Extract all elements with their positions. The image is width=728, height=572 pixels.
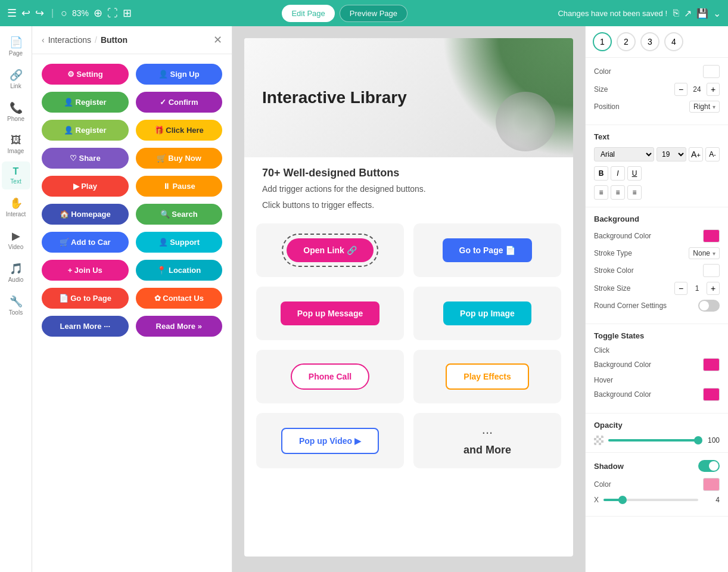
- shadow-toggle[interactable]: [698, 460, 720, 472]
- sidebar-item-video[interactable]: ▶ Video: [2, 225, 30, 255]
- italic-button[interactable]: I: [611, 166, 625, 181]
- button-register-2[interactable]: 👤 Register: [42, 120, 129, 141]
- breadcrumb-separator: /: [95, 35, 97, 45]
- more-icon[interactable]: ⌄: [713, 8, 721, 19]
- preview-page-button[interactable]: Preview Page: [340, 5, 407, 22]
- button-share[interactable]: ♡ Share: [42, 148, 129, 169]
- avatar-2[interactable]: 2: [617, 32, 636, 51]
- close-icon[interactable]: ✕: [213, 33, 222, 46]
- sidebar-item-page[interactable]: 📄 Page: [2, 31, 30, 61]
- and-more-text: and More: [463, 444, 511, 456]
- button-contact-us[interactable]: ✿ Contact Us: [136, 288, 223, 309]
- bold-button[interactable]: B: [594, 166, 608, 181]
- bg-color-hover-swatch[interactable]: [703, 388, 720, 401]
- stroke-increase[interactable]: +: [707, 282, 720, 295]
- canvas-page: Interactive Library 70+ Well-designed Bu…: [244, 38, 573, 557]
- sidebar-item-image[interactable]: 🖼 Image: [2, 129, 30, 159]
- button-pause[interactable]: ⏸ Pause: [136, 176, 223, 197]
- stroke-color-swatch[interactable]: [703, 264, 720, 277]
- opacity-value: 100: [703, 436, 720, 444]
- align-left-button[interactable]: ≡: [594, 185, 608, 200]
- underline-button[interactable]: U: [627, 166, 642, 181]
- button-homepage[interactable]: 🏠 Homepage: [42, 204, 129, 225]
- sidebar-item-tools[interactable]: 🔧 Tools: [2, 290, 30, 321]
- button-add-to-car[interactable]: 🛒 Add to Car: [42, 232, 129, 253]
- section-toggle-states: Toggle States Click Background Color Hov…: [586, 324, 728, 414]
- link-icon: 🔗: [10, 69, 23, 82]
- button-register-1[interactable]: 👤 Register: [42, 92, 129, 113]
- align-right-button[interactable]: ≡: [627, 185, 642, 200]
- bg-color-click-swatch[interactable]: [703, 358, 720, 371]
- back-arrow-icon[interactable]: ‹: [42, 35, 45, 45]
- shadow-x-slider[interactable]: [603, 499, 698, 501]
- button-go-to-page[interactable]: 📄 Go to Page: [42, 288, 129, 309]
- size-control: − 24 +: [674, 83, 720, 96]
- edit-page-button[interactable]: Edit Page: [282, 5, 334, 22]
- zoom-level[interactable]: 83%: [72, 8, 89, 18]
- sidebar-item-audio[interactable]: 🎵 Audio: [2, 257, 30, 288]
- btn-phone-call[interactable]: Phone Call: [291, 363, 369, 390]
- font-size-select[interactable]: 19: [657, 147, 686, 161]
- share-icon[interactable]: ⎘: [673, 8, 679, 19]
- cell-open-link: Open Link 🔗: [256, 223, 404, 277]
- bg-color-hover-row: Background Color: [594, 388, 720, 401]
- breadcrumb-back[interactable]: Interactions: [48, 35, 91, 45]
- plus-zoom-icon[interactable]: ⊕: [94, 7, 102, 20]
- button-join-us[interactable]: + Join Us: [42, 260, 129, 281]
- btn-popup-video[interactable]: Pop up Video ▶: [281, 428, 379, 454]
- round-corner-toggle[interactable]: [698, 300, 720, 312]
- button-setting[interactable]: ⚙ Setting: [42, 64, 129, 85]
- interact-icon: ✋: [10, 197, 23, 210]
- opacity-slider-thumb[interactable]: [694, 436, 702, 444]
- stroke-type-select[interactable]: None ▾: [689, 247, 720, 259]
- size-decrease[interactable]: −: [674, 83, 687, 96]
- sidebar-item-phone[interactable]: 📞 Phone: [2, 97, 30, 127]
- avatar-1[interactable]: 1: [593, 32, 612, 51]
- font-shrink-btn[interactable]: A-: [705, 147, 720, 161]
- btn-open-link[interactable]: Open Link 🔗: [287, 238, 373, 262]
- avatar-3[interactable]: 3: [640, 32, 659, 51]
- redo-icon[interactable]: ↪: [35, 7, 44, 20]
- button-read-more[interactable]: Read More »: [136, 316, 223, 337]
- button-buy-now[interactable]: 🛒 Buy Now: [136, 148, 223, 169]
- shadow-color-swatch[interactable]: [703, 478, 720, 491]
- shadow-x-thumb[interactable]: [618, 496, 627, 504]
- grid-icon[interactable]: ⊞: [123, 7, 132, 20]
- font-select[interactable]: Arial: [594, 147, 654, 161]
- button-support[interactable]: 👤 Support: [136, 232, 223, 253]
- image-icon: 🖼: [11, 134, 21, 147]
- export-icon[interactable]: ↗: [684, 8, 692, 19]
- align-center-button[interactable]: ≡: [611, 185, 625, 200]
- undo-icon[interactable]: ↩: [21, 7, 30, 20]
- button-confirm[interactable]: ✓ Confirm: [136, 92, 223, 113]
- button-learn-more[interactable]: Learn More ···: [42, 316, 129, 337]
- fullscreen-icon[interactable]: ⛶: [107, 7, 118, 20]
- button-play[interactable]: ▶ Play: [42, 176, 129, 197]
- color-swatch[interactable]: [703, 65, 720, 78]
- button-signup[interactable]: 👤 Sign Up: [136, 64, 223, 85]
- right-panel: 1 2 3 4 Color Size − 24 + Position: [585, 26, 728, 572]
- sidebar-item-interact[interactable]: ✋ Interact: [2, 192, 30, 222]
- bg-color-swatch[interactable]: [703, 229, 720, 243]
- avatar-4[interactable]: 4: [664, 32, 683, 51]
- button-location[interactable]: 📍 Location: [136, 260, 223, 281]
- btn-play-effects[interactable]: Play Effects: [446, 363, 528, 390]
- sidebar-item-text[interactable]: T Text: [2, 161, 30, 189]
- btn-popup-img[interactable]: Pop up Image: [443, 301, 531, 325]
- minus-icon[interactable]: ○: [61, 7, 67, 20]
- background-section-label: Background: [594, 214, 720, 223]
- btn-popup-msg[interactable]: Pop up Message: [281, 301, 379, 325]
- save-icon[interactable]: 💾: [696, 8, 708, 19]
- btn-goto-page[interactable]: Go to Page 📄: [443, 238, 533, 262]
- font-grow-btn[interactable]: A+: [689, 147, 703, 161]
- sidebar-item-link[interactable]: 🔗 Link: [2, 64, 30, 94]
- size-increase[interactable]: +: [707, 83, 720, 96]
- button-search[interactable]: 🔍 Search: [136, 204, 223, 225]
- stroke-decrease[interactable]: −: [674, 282, 687, 295]
- position-select[interactable]: Right ▾: [689, 101, 720, 113]
- opacity-slider-track[interactable]: [608, 439, 698, 442]
- shadow-color-label: Color: [594, 480, 611, 489]
- hamburger-icon[interactable]: ☰: [7, 7, 17, 20]
- button-click-here[interactable]: 🎁 Click Here: [136, 120, 223, 141]
- main-layout: 📄 Page 🔗 Link 📞 Phone 🖼 Image T Text ✋ I…: [0, 26, 728, 572]
